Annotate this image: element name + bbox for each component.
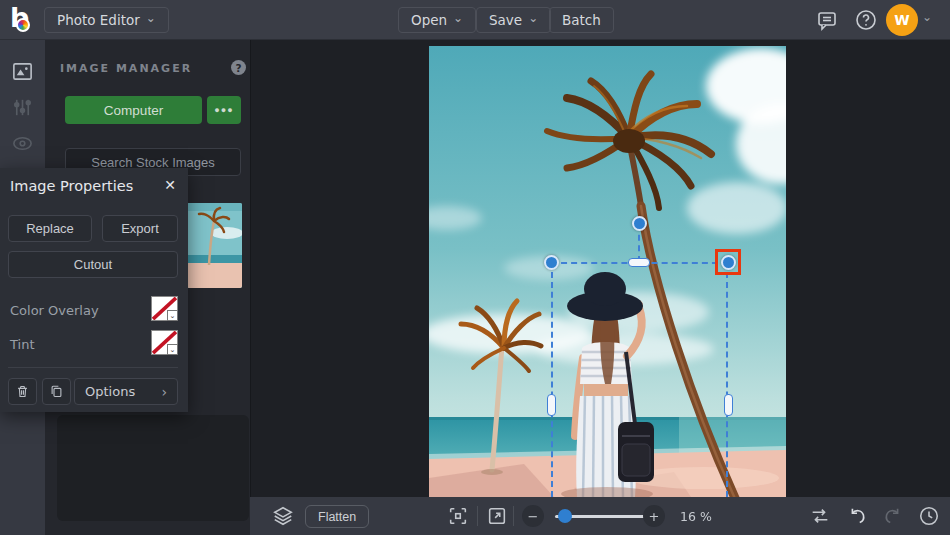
duplicate-button[interactable] (42, 378, 71, 405)
open-button[interactable]: Open ⌄ (398, 7, 476, 33)
close-icon[interactable]: ✕ (161, 176, 179, 194)
history-icon[interactable] (918, 505, 940, 527)
active-handle-highlight (715, 249, 741, 275)
duplicate-icon (49, 384, 64, 399)
layers-icon[interactable] (272, 505, 294, 527)
top-center-handle[interactable] (628, 258, 650, 267)
app-logo-icon[interactable]: b (8, 3, 40, 37)
chevron-down-icon: ⌄ (167, 310, 178, 321)
flatten-button[interactable]: Flatten (305, 505, 369, 528)
redo-icon[interactable] (882, 505, 904, 527)
canvas-area[interactable] (250, 40, 950, 497)
zoom-in-button[interactable]: + (643, 505, 665, 527)
image-properties-popup: Image Properties ✕ Replace Export Cutout… (0, 168, 188, 412)
chevron-down-icon: ⌄ (146, 11, 156, 25)
trash-icon (15, 384, 30, 399)
image-manager-help-icon[interactable]: ? (231, 60, 246, 75)
color-overlay-swatch[interactable]: ⌄ (151, 296, 178, 321)
left-middle-handle[interactable] (547, 394, 556, 416)
tint-label: Tint (10, 337, 35, 352)
zoom-level[interactable]: 16 % (680, 509, 712, 524)
rotate-handle[interactable] (632, 216, 647, 231)
feedback-chat-icon[interactable] (815, 8, 839, 32)
divider (477, 506, 478, 526)
photo-editor-app: b Photo Editor ⌄ Open ⌄ Save ⌄ Batch (0, 0, 950, 535)
chevron-down-icon: ⌄ (453, 11, 463, 25)
batch-button[interactable]: Batch (549, 7, 614, 33)
stock-results-area (57, 415, 249, 521)
undo-icon[interactable] (846, 505, 868, 527)
selection-box[interactable] (551, 262, 728, 497)
chevron-down-icon: ⌄ (167, 344, 178, 355)
adjustments-tab-icon[interactable] (11, 96, 34, 119)
chevron-right-icon: › (161, 384, 167, 400)
replace-button[interactable]: Replace (8, 215, 92, 242)
zoom-out-button[interactable]: − (522, 505, 544, 527)
color-overlay-label: Color Overlay (10, 303, 99, 318)
options-button[interactable]: Options › (74, 378, 178, 405)
image-manager-title: IMAGE MANAGER (60, 62, 192, 75)
divider (513, 506, 514, 526)
more-sources-button[interactable]: ●●● (207, 96, 241, 124)
divider (8, 367, 178, 368)
help-icon[interactable] (854, 8, 878, 32)
zoom-slider-knob[interactable] (558, 509, 572, 523)
account-chevron-down-icon[interactable]: ⌄ (922, 10, 932, 24)
popup-title: Image Properties (10, 178, 133, 194)
color-wheel-icon (16, 18, 30, 32)
top-bar: b Photo Editor ⌄ Open ⌄ Save ⌄ Batch (0, 0, 950, 40)
bottom-toolbar: Flatten − + 16 % (250, 497, 950, 535)
app-mode-menu[interactable]: Photo Editor ⌄ (44, 7, 169, 33)
user-avatar[interactable]: W (886, 4, 918, 36)
top-left-handle[interactable] (544, 255, 559, 270)
tint-swatch[interactable]: ⌄ (151, 330, 178, 355)
save-button[interactable]: Save ⌄ (476, 7, 551, 33)
delete-button[interactable] (8, 378, 37, 405)
image-thumbnail[interactable] (187, 203, 242, 288)
compare-icon[interactable] (809, 505, 831, 527)
cutout-button[interactable]: Cutout (8, 251, 178, 278)
fit-screen-icon[interactable] (447, 505, 469, 527)
image-manager-tab-icon[interactable] (11, 60, 34, 83)
fullscreen-icon[interactable] (486, 505, 508, 527)
right-middle-handle[interactable] (724, 394, 733, 416)
app-title: Photo Editor (57, 12, 140, 28)
computer-button[interactable]: Computer (65, 96, 202, 124)
export-button[interactable]: Export (102, 215, 178, 242)
preview-eye-icon[interactable] (11, 132, 34, 155)
chevron-down-icon: ⌄ (528, 11, 538, 25)
